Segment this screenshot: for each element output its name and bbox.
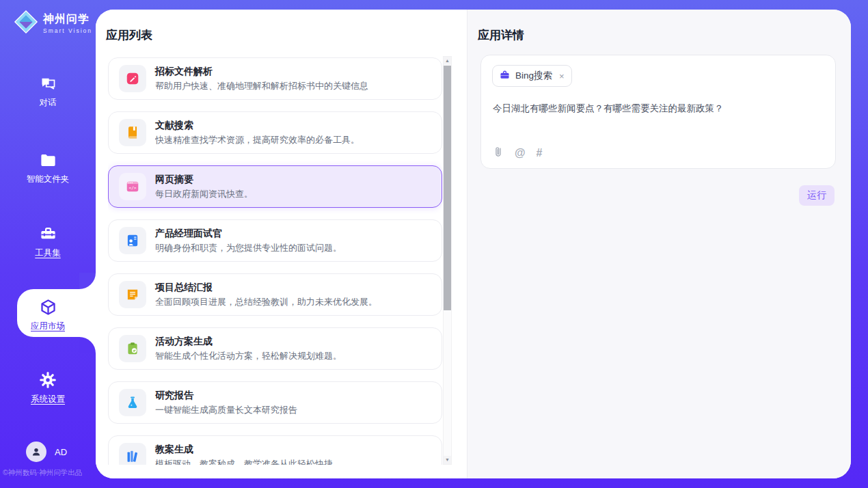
app-card-title: 网页摘要 <box>155 174 253 186</box>
app-card[interactable]: </>网页摘要每日政府新闻资讯快查。 <box>108 165 442 208</box>
chat-icon <box>0 74 96 94</box>
app-card[interactable]: 文献搜索快速精准查找学术资源，提高研究效率的必备工具。 <box>108 111 442 154</box>
clipboard-check-icon <box>119 335 146 362</box>
interview-icon <box>119 227 146 254</box>
app-card[interactable]: 项目总结汇报全面回顾项目进展，总结经验教训，助力未来优化发展。 <box>108 273 442 316</box>
app-detail-title: 应用详情 <box>478 27 524 43</box>
active-nav-pill-curve-top <box>79 273 96 289</box>
content-area: 应用列表 招标文件解析帮助用户快速、准确地理解和解析招标书中的关键信息 文献搜索… <box>96 10 851 478</box>
sidebar-item-label: 智能文件夹 <box>27 174 70 185</box>
app-list-panel: 应用列表 招标文件解析帮助用户快速、准确地理解和解析招标书中的关键信息 文献搜索… <box>96 10 467 478</box>
app-card-description: 模板驱动，教案秒成，教学准备从此轻松快捷 <box>155 458 333 465</box>
run-button[interactable]: 运行 <box>799 185 835 206</box>
avatar[interactable] <box>26 442 46 462</box>
app-card-description: 帮助用户快速、准确地理解和解析招标书中的关键信息 <box>155 80 368 92</box>
app-card-description: 智能生成个性化活动方案，轻松解决规划难题。 <box>155 350 342 362</box>
app-cards: 招标文件解析帮助用户快速、准确地理解和解析招标书中的关键信息 文献搜索快速精准查… <box>108 57 442 465</box>
hashtag-icon[interactable]: # <box>537 147 543 159</box>
briefcase-icon <box>500 70 510 83</box>
attachment-icon[interactable] <box>493 146 504 161</box>
app-card[interactable]: 教案生成模板驱动，教案秒成，教学准备从此轻松快捷 <box>108 435 442 465</box>
sidebar-item-settings[interactable]: 系统设置 <box>0 371 96 405</box>
app-card-title: 研究报告 <box>155 390 297 402</box>
brand-name: 神州问学 <box>43 12 92 27</box>
app-card-description: 全面回顾项目进展，总结经验教训，助力未来优化发展。 <box>155 296 377 308</box>
browser-code-icon: </> <box>119 173 146 200</box>
app-list-title: 应用列表 <box>106 27 152 43</box>
app-card-description: 明确身份和职责，为您提供专业性的面试问题。 <box>155 242 342 254</box>
sidebar-item-label: 对话 <box>40 97 57 109</box>
app-card[interactable]: 产品经理面试官明确身份和职责，为您提供专业性的面试问题。 <box>108 219 442 262</box>
app-card[interactable]: 研究报告一键智能生成高质量长文本研究报告 <box>108 381 442 424</box>
app-card-title: 项目总结汇报 <box>155 282 377 294</box>
tool-tag-bing-search[interactable]: Bing搜索 × <box>492 65 572 87</box>
app-card[interactable]: 招标文件解析帮助用户快速、准确地理解和解析招标书中的关键信息 <box>108 57 442 100</box>
app-card-title: 活动方案生成 <box>155 336 342 348</box>
scroll-up-arrow[interactable]: ▲ <box>444 57 451 65</box>
app-card-title: 教案生成 <box>155 444 333 456</box>
app-card[interactable]: 活动方案生成智能生成个性化活动方案，轻松解决规划难题。 <box>108 327 442 370</box>
tool-tag-label: Bing搜索 <box>515 70 552 82</box>
prompt-composer[interactable]: Bing搜索 × 今日湖北有哪些新闻要点？有哪些需要关注的最新政策？ @ # <box>480 55 836 169</box>
sidebar-item-chat[interactable]: 对话 <box>0 74 96 109</box>
gear-icon <box>0 371 96 390</box>
scrollbar[interactable]: ▲ ▼ <box>443 56 452 465</box>
svg-text:</>: </> <box>129 185 137 190</box>
books-icon <box>119 443 146 465</box>
app-card-description: 每日政府新闻资讯快查。 <box>155 188 253 200</box>
app-card-title: 产品经理面试官 <box>155 228 342 240</box>
scroll-thumb[interactable] <box>444 66 451 310</box>
app-card-title: 文献搜索 <box>155 120 360 132</box>
sidebar-item-folders[interactable]: 智能文件夹 <box>0 151 96 185</box>
app-card-description: 快速精准查找学术资源，提高研究效率的必备工具。 <box>155 134 360 146</box>
note-icon <box>119 281 146 308</box>
mention-icon[interactable]: @ <box>515 147 526 159</box>
scroll-down-arrow[interactable]: ▼ <box>444 456 451 464</box>
copyright-text: ©神州数码·神州问学出品 <box>3 468 96 478</box>
sidebar-item-label: 系统设置 <box>31 394 65 405</box>
sidebar-item-market[interactable]: 应用市场 <box>0 298 96 332</box>
toolbox-icon <box>0 225 96 244</box>
composer-toolbar: @ # <box>493 146 543 161</box>
active-nav-pill-curve-bottom <box>79 337 96 353</box>
folder-icon <box>0 151 96 170</box>
sidebar-item-tools[interactable]: 工具集 <box>0 225 96 259</box>
app-detail-panel: 应用详情 Bing搜索 × 今日湖北有哪些新闻要点？有哪些需要关注的最新政策？ <box>467 10 851 478</box>
book-icon <box>119 119 146 146</box>
brand-diamond-icon <box>13 9 39 38</box>
sidebar-item-label: 应用市场 <box>31 321 65 332</box>
cube-icon <box>0 298 96 317</box>
user-initials: AD <box>55 447 67 457</box>
edit-document-icon <box>119 65 146 92</box>
sidebar: 神州问学 Smart Vision 对话 智能文件夹 工具集 应用市场 系统设置 <box>0 0 96 488</box>
user-row[interactable]: AD <box>26 442 67 462</box>
flask-icon <box>119 389 146 416</box>
brand-logo: 神州问学 Smart Vision <box>13 9 92 38</box>
sidebar-item-label: 工具集 <box>35 247 61 259</box>
app-card-title: 招标文件解析 <box>155 66 368 78</box>
person-icon <box>31 446 42 457</box>
brand-tagline: Smart Vision <box>43 27 92 34</box>
prompt-input[interactable]: 今日湖北有哪些新闻要点？有哪些需要关注的最新政策？ <box>493 102 824 116</box>
tag-close-icon[interactable]: × <box>559 71 565 81</box>
app-card-description: 一键智能生成高质量长文本研究报告 <box>155 404 297 416</box>
